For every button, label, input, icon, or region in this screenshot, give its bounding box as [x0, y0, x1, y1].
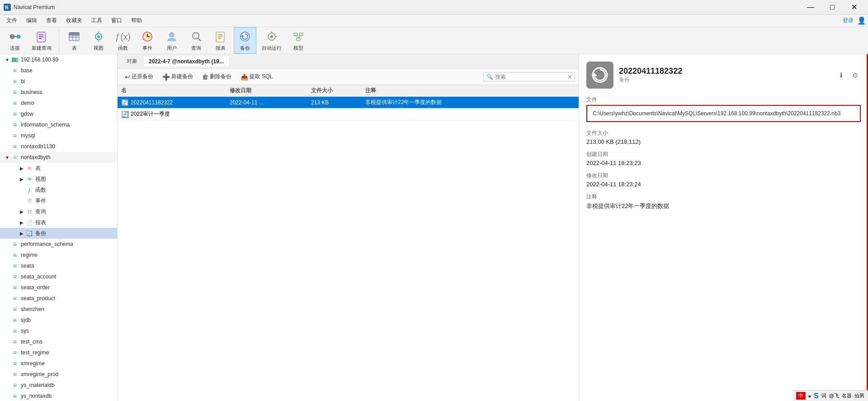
- table-label: 表: [72, 45, 77, 52]
- svg-point-31: [270, 35, 273, 38]
- db-seata-order[interactable]: ≡ seata_order: [0, 282, 117, 293]
- db-business[interactable]: ≡ business: [0, 87, 117, 98]
- db-name-base: base: [21, 67, 33, 74]
- db-nontaxdb1130[interactable]: ≡ nontaxdb1130: [0, 141, 117, 152]
- db-demo[interactable]: ≡ demo: [0, 98, 117, 109]
- function-button[interactable]: ƒ(x) 函数: [112, 28, 134, 53]
- db-seata-product[interactable]: ≡ seata_product: [0, 293, 117, 304]
- db-information-schema[interactable]: ≡ information_schema: [0, 119, 117, 130]
- db-xmregime-prod[interactable]: ≡ xmregime_prod: [0, 369, 117, 380]
- punctuation-toggle[interactable]: ●: [808, 393, 811, 399]
- db-nontaxdbyth[interactable]: ▼ ≡ nontaxdbyth: [0, 152, 117, 163]
- sub-view[interactable]: ▶ 👁 视图: [0, 174, 117, 184]
- login-link[interactable]: 登录: [843, 17, 854, 24]
- menu-edit[interactable]: 编辑: [22, 15, 42, 26]
- menu-file[interactable]: 文件: [2, 15, 22, 26]
- sub-backup[interactable]: ▶ 🔄 备份: [0, 228, 117, 239]
- db-gdsw[interactable]: ≡ gdsw: [0, 109, 117, 119]
- search-input[interactable]: [495, 74, 567, 80]
- sub-report[interactable]: ▶ 📄 报表: [0, 217, 117, 228]
- db-icon-seata-order: ≡: [11, 283, 19, 292]
- func-sub-icon: ƒ: [25, 186, 33, 194]
- report-button[interactable]: 报表: [209, 28, 232, 53]
- backup-button[interactable]: 备份: [234, 27, 256, 54]
- query-button[interactable]: 查询: [185, 28, 208, 53]
- svg-rect-37: [297, 38, 300, 41]
- window-controls: — □ ✕: [800, 0, 864, 14]
- backup-label: 备份: [240, 45, 250, 52]
- backup-expand: ▶: [18, 231, 25, 236]
- tab-objects[interactable]: 对象: [121, 56, 143, 67]
- server-expand-icon: ▼: [4, 57, 11, 62]
- settings-icon[interactable]: ⊙: [850, 70, 861, 80]
- svg-text:N: N: [5, 5, 8, 10]
- db-base[interactable]: ≡ base: [0, 65, 117, 76]
- db-seata-account[interactable]: ≡ seata_account: [0, 271, 117, 282]
- detail-size-section: 文件大小 213.00 KB (218,112): [586, 129, 861, 145]
- tab-backup[interactable]: 2022-4-7 @nontaxdbyth (19...: [143, 57, 230, 66]
- db-sys[interactable]: ≡ sys: [0, 326, 117, 336]
- menu-right: 登录 👤: [843, 16, 866, 25]
- restore-backup-button[interactable]: ↩ 还原备份: [121, 71, 157, 82]
- db-ys-nontaxdb[interactable]: ≡ ys_nontaxdb: [0, 391, 117, 401]
- detail-notes-value: 非税提供审计22年一季度的数据: [586, 202, 861, 210]
- view-icon: [91, 29, 106, 44]
- menu-favorites[interactable]: 收藏夹: [61, 15, 87, 26]
- new-backup-button[interactable]: ➕ 新建备份: [159, 71, 197, 82]
- db-test-cms[interactable]: ≡ test_cms: [0, 336, 117, 347]
- db-name-perf: performance_schema: [21, 241, 73, 247]
- db-icon-demo: ≡: [11, 99, 19, 107]
- user-button[interactable]: 用户: [160, 28, 183, 53]
- menu-tools[interactable]: 工具: [87, 15, 107, 26]
- db-mysql[interactable]: ≡ mysql: [0, 130, 117, 141]
- db-icon-nontaxdb1130: ≡: [11, 142, 19, 151]
- db-performance-schema[interactable]: ≡ performance_schema: [0, 239, 117, 250]
- db-icon-seata-product: ≡: [11, 294, 19, 302]
- db-icon-shenzhen: ≡: [11, 305, 19, 313]
- db-shenzhen[interactable]: ≡ shenzhen: [0, 304, 117, 315]
- minimize-button[interactable]: —: [800, 0, 821, 14]
- delete-backup-button[interactable]: 🗑 删除备份: [198, 71, 235, 82]
- menu-view[interactable]: 查看: [42, 15, 61, 26]
- db-icon-xmregime-prod: ≡: [11, 370, 19, 378]
- function-label: 函数: [118, 45, 128, 52]
- sub-function[interactable]: ƒ 函数: [0, 184, 117, 195]
- menu-window[interactable]: 窗口: [107, 15, 127, 26]
- file-row-2[interactable]: 🔄 2022审计一季度: [118, 109, 579, 120]
- db-test-regime[interactable]: ≡ test_regime: [0, 347, 117, 358]
- close-button[interactable]: ✕: [844, 0, 864, 14]
- detail-title: 20220411182322: [619, 66, 682, 76]
- event-button[interactable]: 事件: [136, 28, 159, 53]
- db-bi[interactable]: ≡ bi: [0, 76, 117, 87]
- connect-button[interactable]: 连接: [4, 28, 26, 53]
- db-name-demo: demo: [21, 100, 34, 106]
- input-method[interactable]: 中: [796, 392, 806, 400]
- db-ys-materialdb[interactable]: ≡ ys_materialdb: [0, 380, 117, 391]
- sub-table[interactable]: ▶ ⊞ 表: [0, 163, 117, 174]
- app-icon: N: [4, 4, 11, 11]
- file-row-1[interactable]: 🔄 20220411182322 2022-04-11 ... 213 KB 非…: [118, 97, 579, 109]
- maximize-button[interactable]: □: [822, 0, 843, 14]
- search-box[interactable]: 🔍 ✕: [483, 72, 575, 81]
- server-node[interactable]: ▼ 192.168.100.99: [0, 54, 117, 65]
- extract-sql-button[interactable]: 📤 提取 SQL: [237, 71, 276, 82]
- autorun-button[interactable]: 自动运行: [258, 28, 285, 53]
- db-icon-test-regime: ≡: [11, 349, 19, 357]
- svg-point-42: [16, 58, 17, 59]
- backup-file-icon-2: 🔄: [121, 111, 129, 118]
- col-header-name: 名: [121, 87, 230, 94]
- db-sjdb[interactable]: ≡ sjdb: [0, 315, 117, 326]
- sub-query[interactable]: ▶ ⊡ 查询: [0, 206, 117, 217]
- svg-rect-35: [294, 33, 297, 36]
- new-query-button[interactable]: 新建查询: [28, 28, 55, 53]
- db-regime[interactable]: ≡ regime: [0, 250, 117, 260]
- view-button[interactable]: 视图: [87, 28, 110, 53]
- db-xmregime[interactable]: ≡ xmregime: [0, 358, 117, 369]
- db-seata[interactable]: ≡ seata: [0, 260, 117, 271]
- sub-event[interactable]: ⏱ 事件: [0, 195, 117, 206]
- info-icon[interactable]: ℹ: [835, 70, 846, 80]
- menu-help[interactable]: 帮助: [127, 15, 146, 26]
- model-button[interactable]: 模型: [287, 28, 310, 53]
- search-clear-icon[interactable]: ✕: [567, 74, 572, 80]
- table-button[interactable]: 表: [63, 28, 85, 53]
